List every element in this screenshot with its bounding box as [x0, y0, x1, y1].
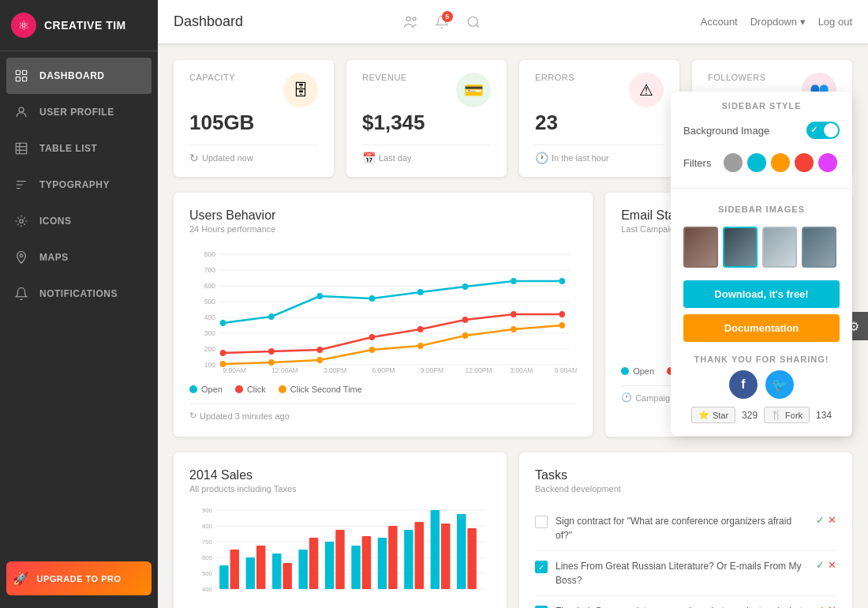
stat-card-capacity: Capacity 🗄 105GB ↻ Updated now — [174, 60, 334, 177]
svg-text:100: 100 — [204, 361, 215, 369]
documentation-button[interactable]: Documentation — [683, 314, 840, 342]
sidebar-item-user-profile[interactable]: USER PROFILE — [0, 94, 158, 130]
sidebar-img-3[interactable] — [762, 227, 797, 268]
svg-point-43 — [462, 283, 469, 290]
background-image-row: Background Image ✓ — [671, 117, 852, 144]
users-behavior-subtitle: 24 Hours performance — [189, 224, 577, 234]
svg-point-13 — [468, 17, 477, 26]
task-checkbox-1[interactable] — [535, 516, 548, 528]
svg-point-52 — [511, 311, 517, 317]
svg-rect-89 — [362, 536, 371, 589]
sidebar-item-table-list[interactable]: TABLE LIST — [0, 130, 158, 167]
filter-dot-cyan[interactable] — [747, 153, 766, 172]
svg-text:800: 800 — [204, 250, 215, 258]
svg-point-42 — [417, 289, 424, 295]
users-behavior-title: Users Behavior — [189, 208, 577, 223]
svg-point-11 — [406, 17, 410, 21]
svg-rect-92 — [404, 530, 413, 589]
stat-card-errors: Errors ⚠ 23 🕐 In the last hour — [519, 60, 679, 177]
dropdown-link[interactable]: Dropdown ▾ — [750, 16, 806, 28]
fork-label: Fork — [785, 411, 803, 420]
sidebar-item-typography[interactable]: TYPOGRAPHY — [0, 167, 158, 203]
share-title: THANK YOU FOR SHARING! — [671, 347, 852, 370]
sidebar-img-4[interactable] — [802, 227, 836, 268]
svg-point-40 — [317, 293, 324, 299]
legend-click-second: Click Second Time — [279, 385, 362, 394]
sidebar-item-maps[interactable]: MAPS — [0, 239, 158, 276]
facebook-share-button[interactable]: f — [729, 370, 758, 399]
svg-rect-84 — [298, 550, 307, 589]
tasks-subtitle: Backend development — [535, 484, 836, 494]
github-fork-button[interactable]: 🍴 Fork — [764, 407, 810, 423]
svg-rect-80 — [246, 557, 255, 589]
svg-rect-2 — [16, 77, 20, 81]
stat-card-revenue: Revenue 💳 $1,345 📅 Last day — [346, 60, 507, 177]
legend-email-open: Open — [621, 366, 654, 376]
bell-badge: 5 — [442, 11, 453, 22]
svg-point-61 — [559, 322, 565, 328]
panel-divider-1 — [671, 188, 852, 189]
svg-point-38 — [220, 320, 226, 326]
svg-point-44 — [511, 278, 517, 284]
task-ok-1[interactable]: ✓ — [816, 514, 825, 526]
task-checkbox-2[interactable]: ✓ — [535, 561, 548, 573]
bg-image-toggle[interactable]: ✓ — [806, 122, 840, 139]
notifications-bell-button[interactable]: 5 — [429, 9, 455, 35]
stat-label-followers: Followers — [708, 73, 766, 82]
task-ok-3[interactable]: ✓ — [816, 604, 825, 608]
sidebar-images-row — [671, 220, 852, 274]
dashboard-icon — [13, 67, 30, 84]
svg-text:500: 500 — [202, 570, 212, 577]
filter-dot-orange[interactable] — [771, 153, 790, 172]
sidebar: ⚛ CREATIVE TIM DASHBOARD USER PROFILE TA… — [0, 0, 158, 608]
svg-point-54 — [220, 361, 226, 367]
svg-rect-1 — [23, 70, 27, 74]
svg-text:3:00AM: 3:00AM — [510, 366, 533, 373]
task-del-3[interactable]: ✕ — [828, 604, 836, 608]
sidebar-img-2[interactable] — [723, 227, 758, 268]
upgrade-to-pro-button[interactable]: 🚀 UPGRADE TO PRO — [6, 561, 152, 595]
svg-rect-85 — [309, 538, 318, 589]
tasks-title: Tasks — [535, 468, 836, 482]
sidebar-brand[interactable]: ⚛ CREATIVE TIM — [0, 0, 158, 51]
svg-text:300: 300 — [204, 329, 215, 337]
svg-point-10 — [20, 254, 23, 257]
sidebar-item-icons[interactable]: ICONS — [0, 203, 158, 239]
account-link[interactable]: Account — [701, 16, 738, 28]
sidebar-img-1[interactable] — [683, 227, 718, 268]
svg-rect-87 — [335, 530, 344, 589]
legend-click: Click — [235, 385, 266, 394]
typography-icon — [13, 176, 30, 193]
stat-value-errors: 23 — [535, 111, 664, 135]
topbar-team-icon[interactable] — [398, 9, 423, 35]
page-title: Dashboard — [174, 13, 388, 30]
svg-point-60 — [511, 326, 517, 332]
logout-link[interactable]: Log out — [818, 16, 852, 28]
svg-point-56 — [317, 357, 324, 363]
svg-point-45 — [559, 278, 565, 284]
svg-rect-81 — [256, 546, 265, 589]
upgrade-icon: 🚀 — [13, 571, 29, 586]
task-del-1[interactable]: ✕ — [828, 514, 836, 526]
sidebar-img-3-inner — [764, 228, 795, 266]
sidebar-nav: DASHBOARD USER PROFILE TABLE LIST TYPOGR… — [0, 51, 158, 555]
topbar: Dashboard 5 Account Dropdown ▾ Log out — [158, 0, 868, 44]
svg-point-12 — [413, 17, 416, 20]
sidebar-item-notifications[interactable]: NOTIFICATIONS — [0, 276, 158, 312]
sidebar-item-dashboard[interactable]: DASHBOARD — [6, 58, 152, 94]
twitter-share-button[interactable]: 🐦 — [765, 370, 794, 399]
search-button[interactable] — [461, 9, 486, 35]
bottom-row: 2014 Sales All products including Taxes … — [174, 452, 852, 608]
filter-dot-purple[interactable] — [818, 153, 837, 172]
svg-point-46 — [220, 350, 226, 356]
filter-dot-red[interactable] — [795, 153, 814, 172]
task-ok-2[interactable]: ✓ — [816, 559, 825, 571]
task-item-3: ✓ Flooded: One year later, assessing wha… — [535, 596, 836, 608]
svg-text:800: 800 — [202, 523, 212, 530]
filter-dot-gray[interactable] — [724, 153, 743, 172]
svg-point-9 — [20, 220, 24, 223]
download-button[interactable]: Download, it's free! — [683, 280, 840, 308]
task-del-2[interactable]: ✕ — [828, 559, 836, 571]
github-star-button[interactable]: ⭐ Star — [691, 407, 735, 423]
svg-rect-78 — [219, 565, 228, 589]
